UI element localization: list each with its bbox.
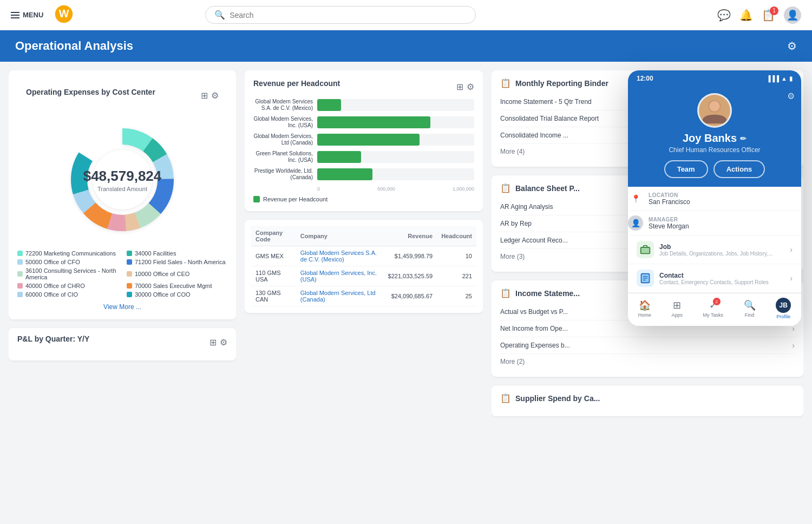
legend-label-6: 10000 Office of CEO: [135, 271, 189, 277]
chat-icon[interactable]: 💬: [717, 9, 731, 22]
settings-icon[interactable]: ⚙: [211, 90, 219, 101]
profile-actions: Team Actions: [637, 160, 793, 178]
nav-find[interactable]: 🔍 Find: [744, 299, 756, 318]
legend-dot-6: [127, 271, 132, 277]
page-header: Operational Analysis ⚙: [0, 30, 812, 62]
legend-dot-5: [17, 271, 23, 277]
contact-sub: Contact, Emergency Contacts, Support Rol…: [659, 279, 784, 285]
binder-more-label: More (4): [500, 148, 525, 155]
phone-bottom-nav: 🏠 Home ⊞ Apps ✓ 2 My Tasks 🔍 Find JB Pro…: [628, 293, 801, 326]
supplier-title: Supplier Spend by Ca...: [515, 394, 600, 403]
apps-label: Apps: [671, 312, 683, 318]
settings-icon[interactable]: ⚙: [220, 337, 227, 348]
nav-apps[interactable]: ⊞ Apps: [671, 299, 683, 318]
bar-chart-card: Revenue per Headcount ⊞ ⚙ Global Modern …: [245, 70, 483, 211]
cell-code-1: GMS MEX: [251, 246, 296, 266]
cell-company-1[interactable]: Global Modern Services S.A. de C.V. (Mex…: [296, 246, 384, 266]
nav-icons: 💬 🔔 📋 1 👤: [717, 6, 801, 24]
contact-label: Contact: [659, 272, 784, 279]
table-row: 130 GMS CAN Global Modern Services, Ltd …: [251, 286, 476, 306]
svg-rect-16: [641, 247, 650, 254]
bar-label-2: Global Modern Services, Inc. (USA): [253, 116, 313, 129]
bar-fill-2: [317, 116, 430, 128]
nav-profile[interactable]: JB Profile: [776, 298, 791, 319]
legend-item-6: 10000 Office of CEO: [127, 267, 227, 280]
view-more-link[interactable]: View More ...: [17, 303, 227, 311]
cell-company-3[interactable]: Global Modern Services, Ltd (Canada): [296, 286, 384, 306]
legend-item-1: 72200 Marketing Communications: [17, 250, 118, 257]
profile-name-text: Joy Banks: [683, 132, 737, 145]
bar-label-1: Global Modern Services S.A. de C.V. (Mex…: [253, 99, 313, 112]
contact-text: Contact Contact, Emergency Contacts, Sup…: [659, 272, 784, 285]
filter-icon[interactable]: ⊞: [456, 82, 463, 92]
tasks-icon: ✓ 2: [709, 299, 717, 311]
team-button[interactable]: Team: [664, 160, 708, 178]
settings-icon[interactable]: ⚙: [467, 82, 474, 92]
legend-label-10: 30000 Office of COO: [135, 291, 191, 298]
bar-axis: 0 500,000 1,000,000: [317, 185, 474, 192]
bar-track-5: [317, 168, 474, 180]
notification-icon[interactable]: 🔔: [739, 9, 753, 22]
supplier-card: 📋 Supplier Spend by Ca...: [492, 385, 803, 416]
cell-headcount-3: 25: [437, 286, 476, 306]
legend-dot-7: [17, 283, 23, 289]
inbox-icon[interactable]: 📋 1: [762, 9, 775, 22]
edit-icon[interactable]: ✏: [740, 134, 746, 143]
supplier-header: 📋 Supplier Spend by Ca...: [500, 393, 795, 403]
revenue-table: Company Code Company Revenue Headcount G…: [251, 226, 476, 306]
bar-label-5: Prestige Worldwide, Ltd. (Canada): [253, 168, 313, 181]
user-avatar[interactable]: 👤: [784, 6, 801, 24]
pl-card-icons[interactable]: ⊞ ⚙: [209, 337, 227, 348]
menu-label: MENU: [23, 11, 43, 19]
bar-row-1: Global Modern Services S.A. de C.V. (Mex…: [253, 99, 474, 112]
col-header-revenue: Revenue: [384, 226, 437, 246]
cell-headcount-1: 10: [437, 246, 476, 266]
contact-row[interactable]: Contact Contact, Emergency Contacts, Sup…: [628, 264, 801, 293]
income-item-1-label: Actual vs Budget vs P...: [500, 308, 568, 316]
bar-fill-3: [317, 134, 420, 146]
search-input[interactable]: [230, 11, 467, 19]
legend-item-4: 71200 Field Sales - North America: [127, 259, 227, 265]
chevron-icon: ›: [792, 341, 795, 350]
cell-code-3: 130 GMS CAN: [251, 286, 296, 306]
job-icon: [637, 241, 654, 258]
apps-icon: ⊞: [673, 299, 681, 311]
balance-sheet-title: Balance Sheet P...: [515, 184, 580, 193]
income-item-3[interactable]: Operating Expenses b... ›: [500, 337, 795, 354]
donut-card-icons[interactable]: ⊞ ⚙: [201, 90, 219, 101]
filter-icon[interactable]: ⊞: [201, 90, 208, 101]
nav-home[interactable]: 🏠 Home: [638, 299, 651, 318]
donut-card-title: Operating Expenses by Cost Center: [26, 88, 155, 96]
left-column: Operating Expenses by Cost Center ⊞ ⚙: [9, 70, 236, 518]
actions-button[interactable]: Actions: [713, 160, 765, 178]
nav-tasks[interactable]: ✓ 2 My Tasks: [703, 299, 723, 318]
profile-settings-icon[interactable]: ⚙: [787, 91, 795, 101]
settings-icon[interactable]: ⚙: [787, 40, 797, 53]
wifi-icon: ▲: [781, 75, 787, 82]
phone-status-bar: 12:00 ▐▐▐ ▲ ▮: [628, 70, 801, 84]
bar-chart-legend: Revenue per Headcount: [253, 196, 474, 202]
balance-more-label: More (3): [500, 253, 525, 260]
income-item-3-label: Operating Expenses b...: [500, 342, 570, 349]
home-icon: 🏠: [639, 299, 651, 311]
menu-button[interactable]: MENU: [11, 11, 43, 19]
find-icon: 🔍: [744, 299, 756, 311]
job-row[interactable]: Job Job Details, Organizations, Jobs, Jo…: [628, 235, 801, 264]
legend-dot-9: [17, 292, 23, 297]
bar-label-3: Global Modern Services, Ltd (Canada): [253, 133, 313, 146]
job-chevron: ›: [790, 245, 793, 254]
legend-dot-8: [127, 283, 132, 289]
legend-label-7: 40000 Office of CHRO: [25, 283, 85, 289]
find-label: Find: [745, 312, 755, 318]
filter-icon[interactable]: ⊞: [209, 337, 217, 348]
manager-avatar: 👤: [628, 215, 643, 231]
income-more[interactable]: More (2): [500, 354, 795, 369]
phone-time: 12:00: [637, 75, 653, 82]
contact-chevron: ›: [790, 274, 793, 283]
location-value: San Francisco: [649, 198, 801, 206]
search-bar[interactable]: 🔍: [205, 6, 476, 24]
phone-body: 📍 Location San Francisco 👤 Manager Steve…: [628, 187, 801, 293]
bar-chart-icons[interactable]: ⊞ ⚙: [456, 82, 474, 92]
cell-company-2[interactable]: Global Modern Services, Inc. (USA): [296, 266, 384, 286]
donut-subtitle: Translated Amount: [83, 186, 162, 192]
